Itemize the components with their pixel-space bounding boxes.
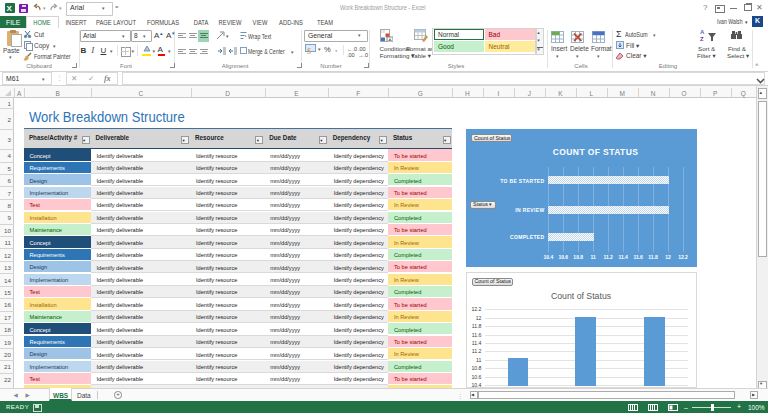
svg-text:$: $ [307, 47, 311, 55]
